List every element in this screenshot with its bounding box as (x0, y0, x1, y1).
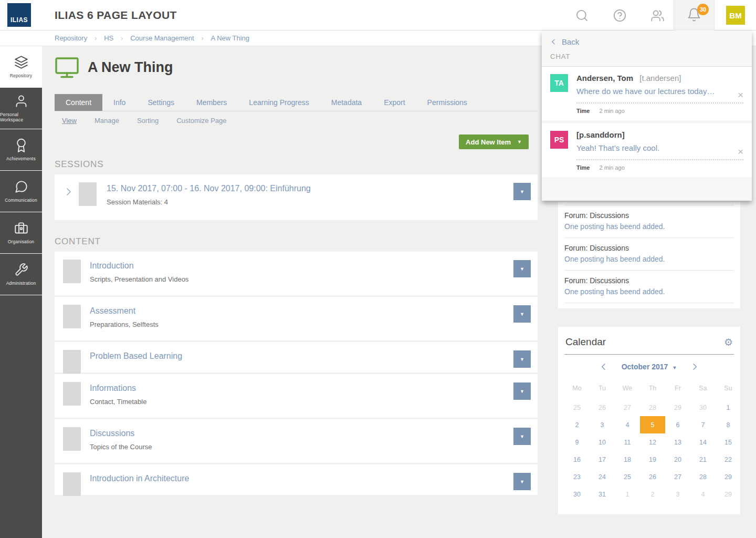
contacts-icon[interactable] (642, 0, 673, 30)
tab-content[interactable]: Content (55, 94, 102, 111)
subtab-manage[interactable]: Manage (94, 117, 119, 125)
content-title-link[interactable]: Introduction in Architecture (90, 474, 506, 483)
sidebar-item-repository[interactable]: Repository (0, 46, 42, 88)
calendar-day[interactable]: 21 (690, 451, 716, 468)
calendar-day[interactable]: 29 (716, 468, 741, 485)
month-selector[interactable]: October 2017▼ (622, 362, 677, 371)
forum-item-link[interactable]: One posting has beend added. (564, 255, 734, 263)
calendar-day[interactable]: 4 (690, 485, 716, 503)
content-title-link[interactable]: Introduction (90, 261, 506, 271)
content-title-link[interactable]: Discussions (90, 429, 506, 438)
session-title-link[interactable]: 15. Nov 2017, 07:00 - 16. Nov 2017, 09:0… (107, 184, 506, 193)
calendar-day[interactable]: 30 (690, 399, 716, 416)
item-actions-dropdown-button[interactable]: ▼ (513, 183, 531, 200)
forum-item-title: Forum: Discussions (564, 211, 734, 220)
item-actions-dropdown-button[interactable]: ▼ (513, 382, 531, 400)
calendar-day[interactable]: 25 (615, 468, 640, 485)
item-actions-dropdown-button[interactable]: ▼ (513, 428, 531, 445)
chat-message-link[interactable]: Where do we have our lectures today… (576, 87, 743, 96)
calendar-day[interactable]: 19 (640, 451, 665, 468)
calendar-day[interactable]: 27 (665, 468, 690, 485)
calendar-day[interactable]: 29 (716, 485, 741, 503)
previous-month-icon[interactable] (600, 363, 608, 371)
tab-members[interactable]: Members (185, 94, 238, 111)
calendar-day[interactable]: 10 (590, 433, 615, 451)
calendar-day[interactable]: 9 (564, 433, 590, 451)
expand-chevron-icon[interactable] (64, 186, 74, 198)
calendar-day[interactable]: 23 (564, 468, 590, 485)
calendar-day[interactable]: 31 (590, 485, 615, 503)
notifications-bell-icon[interactable]: 30 (687, 7, 702, 23)
calendar-day[interactable]: 20 (665, 451, 690, 468)
sidebar-item-communication[interactable]: Communication (0, 171, 42, 212)
calendar-day[interactable]: 14 (690, 433, 716, 451)
close-icon[interactable]: × (738, 90, 743, 100)
tab-permissions[interactable]: Permissions (416, 94, 478, 111)
close-icon[interactable]: × (738, 147, 743, 157)
calendar-day[interactable]: 18 (615, 451, 640, 468)
calendar-day[interactable]: 16 (564, 451, 590, 468)
calendar-day-selected[interactable]: 5 (640, 416, 665, 433)
tab-settings[interactable]: Settings (136, 94, 185, 111)
calendar-day[interactable]: 15 (716, 433, 741, 451)
calendar-day[interactable]: 7 (690, 416, 716, 433)
calendar-day[interactable]: 26 (640, 468, 665, 485)
forum-item-link[interactable]: One posting has beend added. (564, 287, 734, 296)
calendar-day[interactable]: 24 (590, 468, 615, 485)
calendar-day[interactable]: 26 (590, 399, 615, 416)
calendar-day[interactable]: 2 (564, 416, 590, 433)
subtab-sorting[interactable]: Sorting (137, 117, 159, 125)
calendar-day[interactable]: 27 (615, 399, 640, 416)
sidebar-item-administration[interactable]: Administration (0, 254, 42, 295)
calendar-day[interactable]: 3 (590, 416, 615, 433)
user-avatar[interactable]: BM (726, 6, 745, 25)
calendar-day[interactable]: 2 (640, 485, 665, 503)
subtab-customize-page[interactable]: Customize Page (176, 117, 226, 125)
calendar-day[interactable]: 25 (564, 399, 590, 416)
subtab-view[interactable]: View (62, 117, 77, 125)
tab-metadata[interactable]: Metadata (320, 94, 373, 111)
calendar-day[interactable]: 30 (564, 485, 590, 503)
gear-icon[interactable]: ⚙ (724, 337, 733, 347)
breadcrumb-item-course-management[interactable]: Course Management (130, 34, 194, 42)
sidebar-item-organisation[interactable]: Organisation (0, 212, 42, 254)
calendar-day[interactable]: 8 (716, 416, 741, 433)
tab-learning-progress[interactable]: Learning Progress (238, 94, 320, 111)
ilias-logo[interactable]: ILIAS (7, 3, 31, 27)
calendar-day[interactable]: 6 (665, 416, 690, 433)
item-actions-dropdown-button[interactable]: ▼ (513, 260, 531, 277)
calendar-day[interactable]: 1 (615, 485, 640, 503)
calendar-day[interactable]: 22 (716, 451, 741, 468)
content-title-link[interactable]: Assessment (90, 306, 506, 316)
breadcrumb-item-hs[interactable]: HS (104, 34, 113, 42)
tab-info[interactable]: Info (102, 94, 136, 111)
breadcrumb-item-repository[interactable]: Repository (55, 34, 87, 42)
back-button[interactable]: Back (542, 30, 752, 50)
content-list-item: IntroductionScripts, Presentation and Vi… (55, 252, 538, 295)
calendar-day[interactable]: 29 (665, 399, 690, 416)
next-month-icon[interactable] (690, 363, 699, 371)
calendar-day[interactable]: 1 (716, 399, 741, 416)
item-actions-dropdown-button[interactable]: ▼ (513, 473, 531, 490)
tab-export[interactable]: Export (373, 94, 416, 111)
add-new-item-button[interactable]: Add New Item ▼ (459, 134, 529, 149)
sidebar-item-achievements[interactable]: Achievements (0, 129, 42, 171)
calendar-day[interactable]: 11 (615, 433, 640, 451)
content-title-link[interactable]: Problem Based Learning (90, 351, 506, 361)
help-icon[interactable] (604, 0, 635, 30)
item-actions-dropdown-button[interactable]: ▼ (513, 350, 531, 368)
calendar-day[interactable]: 28 (690, 468, 716, 485)
breadcrumb-item-a-new-thing[interactable]: A New Thing (211, 34, 249, 42)
search-icon[interactable] (566, 0, 597, 30)
chat-message-link[interactable]: Yeah! That’s really cool. (576, 143, 743, 152)
calendar-day[interactable]: 28 (640, 399, 665, 416)
calendar-day[interactable]: 17 (590, 451, 615, 468)
calendar-day[interactable]: 13 (665, 433, 690, 451)
content-title-link[interactable]: Informations (90, 384, 506, 393)
sidebar-item-personal-workspace[interactable]: Personal Workspace (0, 88, 42, 129)
calendar-day[interactable]: 3 (665, 485, 690, 503)
calendar-day[interactable]: 12 (640, 433, 665, 451)
forum-item-link[interactable]: One posting has beend added. (564, 222, 734, 231)
calendar-day[interactable]: 4 (615, 416, 640, 433)
item-actions-dropdown-button[interactable]: ▼ (513, 305, 531, 323)
